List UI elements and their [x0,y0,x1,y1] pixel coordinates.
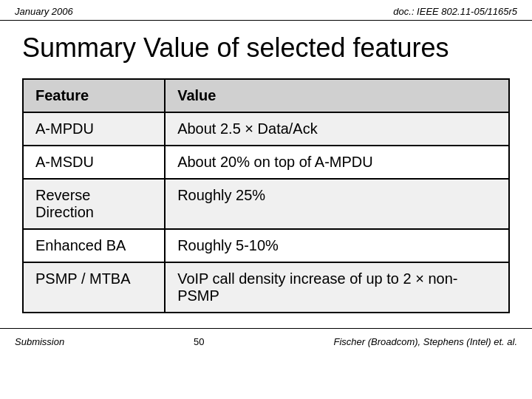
page-title: Summary Value of selected features [0,21,532,78]
features-table: Feature Value A-MPDUAbout 2.5 × Data/Ack… [22,78,510,313]
value-cell: VoIP call density increase of up to 2 × … [165,262,509,313]
feature-cell: A-MSDU [23,146,165,179]
value-cell: About 2.5 × Data/Ack [165,112,509,146]
value-cell: Roughly 25% [165,179,509,229]
table-container: Feature Value A-MPDUAbout 2.5 × Data/Ack… [0,78,532,313]
table-row: A-MSDUAbout 20% on top of A-MPDU [23,146,509,179]
feature-cell: A-MPDU [23,112,165,146]
footer-center: 50 [194,336,204,347]
value-cell: About 20% on top of A-MPDU [165,146,509,179]
header-date: January 2006 [15,6,73,17]
feature-cell: Reverse Direction [23,179,165,229]
col-feature: Feature [23,79,165,112]
header-doc: doc.: IEEE 802.11-05/1165r5 [393,6,517,17]
footer-right: Fischer (Broadcom), Stephens (Intel) et.… [333,336,517,347]
feature-cell: Enhanced BA [23,229,165,262]
feature-cell: PSMP / MTBA [23,262,165,313]
table-row: Reverse DirectionRoughly 25% [23,179,509,229]
header-bar: January 2006 doc.: IEEE 802.11-05/1165r5 [0,0,532,21]
table-row: Enhanced BARoughly 5-10% [23,229,509,262]
value-cell: Roughly 5-10% [165,229,509,262]
footer-left: Submission [15,336,64,347]
col-value: Value [165,79,509,112]
footer-bar: Submission 50 Fischer (Broadcom), Stephe… [0,328,532,352]
table-row: A-MPDUAbout 2.5 × Data/Ack [23,112,509,146]
table-row: PSMP / MTBAVoIP call density increase of… [23,262,509,313]
